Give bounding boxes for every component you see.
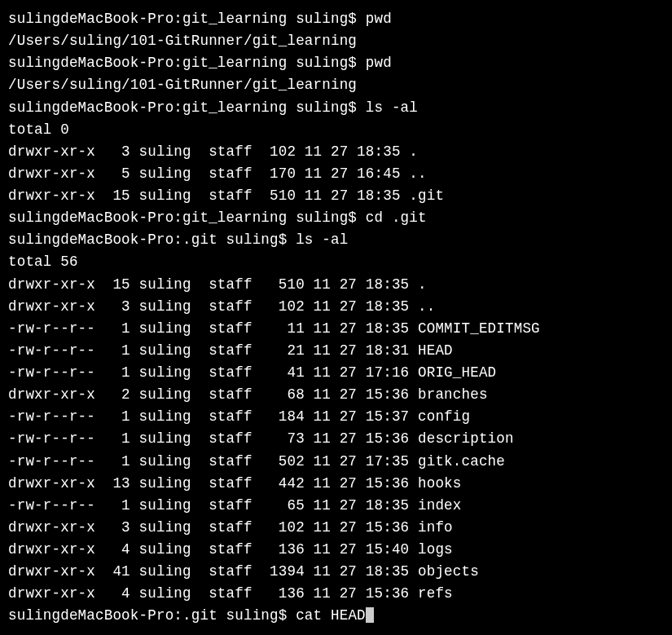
shell-prompt: sulingdeMacBook-Pro:.git suling$ xyxy=(8,607,296,624)
output-text: drwxr-xr-x 3 suling staff 102 11 27 15:3… xyxy=(8,519,453,536)
shell-prompt: sulingdeMacBook-Pro:git_learning suling$ xyxy=(8,11,366,27)
shell-prompt: sulingdeMacBook-Pro:git_learning suling$ xyxy=(8,55,366,71)
terminal-output-line: drwxr-xr-x 5 suling staff 170 11 27 16:4… xyxy=(8,163,664,185)
output-text: drwxr-xr-x 2 suling staff 68 11 27 15:36… xyxy=(8,386,488,403)
output-text: /Users/suling/101-GitRunner/git_learning xyxy=(8,77,357,93)
terminal-output-line: -rw-r--r-- 1 suling staff 65 11 27 18:35… xyxy=(8,495,664,517)
shell-prompt: sulingdeMacBook-Pro:git_learning suling$ xyxy=(8,99,366,116)
output-text: -rw-r--r-- 1 suling staff 11 11 27 18:35… xyxy=(8,320,540,337)
output-text: drwxr-xr-x 15 suling staff 510 11 27 18:… xyxy=(8,276,427,293)
terminal-output-line: total 0 xyxy=(8,119,664,141)
output-text: drwxr-xr-x 3 suling staff 102 11 27 18:3… xyxy=(8,298,435,315)
terminal-output-line: drwxr-xr-x 15 suling staff 510 11 27 18:… xyxy=(8,274,664,296)
terminal-prompt-line: sulingdeMacBook-Pro:.git suling$ ls -al xyxy=(8,229,664,251)
output-text: total 56 xyxy=(8,254,78,270)
output-text: drwxr-xr-x 3 suling staff 102 11 27 18:3… xyxy=(8,143,418,160)
terminal-output-line: drwxr-xr-x 3 suling staff 102 11 27 18:3… xyxy=(8,296,664,318)
output-text: -rw-r--r-- 1 suling staff 21 11 27 18:31… xyxy=(8,342,453,359)
output-text: drwxr-xr-x 4 suling staff 136 11 27 15:3… xyxy=(8,585,453,602)
cursor-icon xyxy=(366,607,374,623)
output-text: -rw-r--r-- 1 suling staff 65 11 27 18:35… xyxy=(8,497,462,514)
output-text: -rw-r--r-- 1 suling staff 41 11 27 17:16… xyxy=(8,364,496,381)
output-text: -rw-r--r-- 1 suling staff 502 11 27 17:3… xyxy=(8,453,505,470)
output-text: -rw-r--r-- 1 suling staff 73 11 27 15:36… xyxy=(8,430,514,447)
terminal-output-line: -rw-r--r-- 1 suling staff 502 11 27 17:3… xyxy=(8,451,664,473)
output-text: total 0 xyxy=(8,121,69,138)
terminal-window[interactable]: sulingdeMacBook-Pro:git_learning suling$… xyxy=(8,8,664,628)
output-text: drwxr-xr-x 15 suling staff 510 11 27 18:… xyxy=(8,187,444,204)
terminal-output-line: -rw-r--r-- 1 suling staff 41 11 27 17:16… xyxy=(8,362,664,384)
output-text: drwxr-xr-x 41 suling staff 1394 11 27 18… xyxy=(8,563,479,580)
shell-prompt: sulingdeMacBook-Pro:.git suling$ xyxy=(8,232,296,248)
output-text: /Users/suling/101-GitRunner/git_learning xyxy=(8,33,357,49)
terminal-output-line: -rw-r--r-- 1 suling staff 184 11 27 15:3… xyxy=(8,406,664,428)
terminal-prompt-line: sulingdeMacBook-Pro:git_learning suling$… xyxy=(8,97,664,119)
shell-command: ls -al xyxy=(366,99,418,116)
terminal-active-line[interactable]: sulingdeMacBook-Pro:.git suling$ cat HEA… xyxy=(8,605,664,627)
terminal-output-line: drwxr-xr-x 41 suling staff 1394 11 27 18… xyxy=(8,561,664,583)
terminal-output-line: drwxr-xr-x 4 suling staff 136 11 27 15:4… xyxy=(8,539,664,561)
shell-prompt: sulingdeMacBook-Pro:git_learning suling$ xyxy=(8,209,366,226)
terminal-output-line: drwxr-xr-x 15 suling staff 510 11 27 18:… xyxy=(8,185,664,207)
terminal-output-line: drwxr-xr-x 13 suling staff 442 11 27 15:… xyxy=(8,473,664,495)
terminal-output-line: drwxr-xr-x 3 suling staff 102 11 27 18:3… xyxy=(8,141,664,163)
output-text: drwxr-xr-x 5 suling staff 170 11 27 16:4… xyxy=(8,165,427,182)
terminal-output-line: drwxr-xr-x 4 suling staff 136 11 27 15:3… xyxy=(8,583,664,605)
output-text: drwxr-xr-x 13 suling staff 442 11 27 15:… xyxy=(8,475,462,492)
terminal-prompt-line: sulingdeMacBook-Pro:git_learning suling$… xyxy=(8,207,664,229)
terminal-prompt-line: sulingdeMacBook-Pro:git_learning suling$… xyxy=(8,8,664,30)
output-text: drwxr-xr-x 4 suling staff 136 11 27 15:4… xyxy=(8,541,453,558)
terminal-output-line: -rw-r--r-- 1 suling staff 11 11 27 18:35… xyxy=(8,318,664,340)
terminal-prompt-line: sulingdeMacBook-Pro:git_learning suling$… xyxy=(8,52,664,74)
terminal-output-line: /Users/suling/101-GitRunner/git_learning xyxy=(8,30,664,52)
terminal-output-line: /Users/suling/101-GitRunner/git_learning xyxy=(8,74,664,96)
terminal-output-line: total 56 xyxy=(8,251,664,273)
shell-command: ls -al xyxy=(296,232,348,248)
terminal-output-line: -rw-r--r-- 1 suling staff 73 11 27 15:36… xyxy=(8,428,664,450)
terminal-output-line: drwxr-xr-x 3 suling staff 102 11 27 15:3… xyxy=(8,517,664,539)
shell-command: cd .git xyxy=(366,209,427,226)
shell-command: pwd xyxy=(366,11,392,27)
terminal-output-line: drwxr-xr-x 2 suling staff 68 11 27 15:36… xyxy=(8,384,664,406)
output-text: -rw-r--r-- 1 suling staff 184 11 27 15:3… xyxy=(8,408,470,425)
terminal-output-line: -rw-r--r-- 1 suling staff 21 11 27 18:31… xyxy=(8,340,664,362)
shell-command: pwd xyxy=(366,55,392,71)
shell-input[interactable]: cat HEAD xyxy=(296,607,366,624)
